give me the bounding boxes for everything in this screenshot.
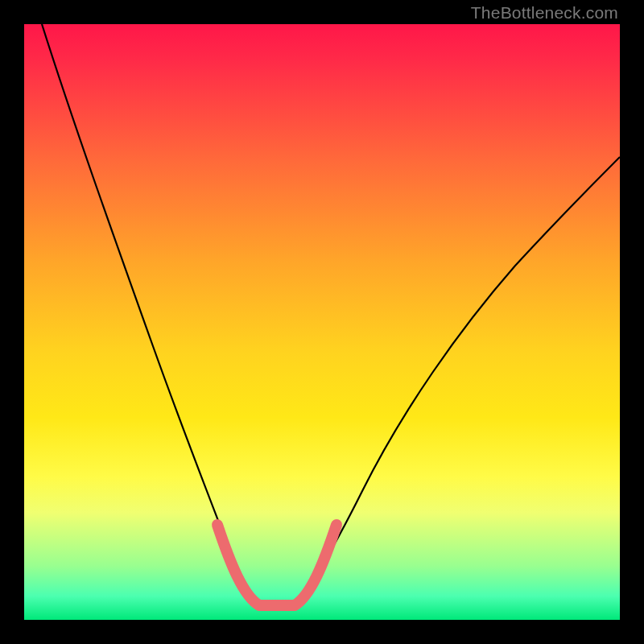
optimal-band-marker — [217, 525, 336, 605]
plot-area — [24, 24, 620, 620]
bottleneck-curve — [42, 24, 620, 608]
watermark-text: TheBottleneck.com — [471, 3, 618, 23]
curve-layer — [24, 24, 620, 620]
chart-stage: TheBottleneck.com — [0, 0, 644, 644]
